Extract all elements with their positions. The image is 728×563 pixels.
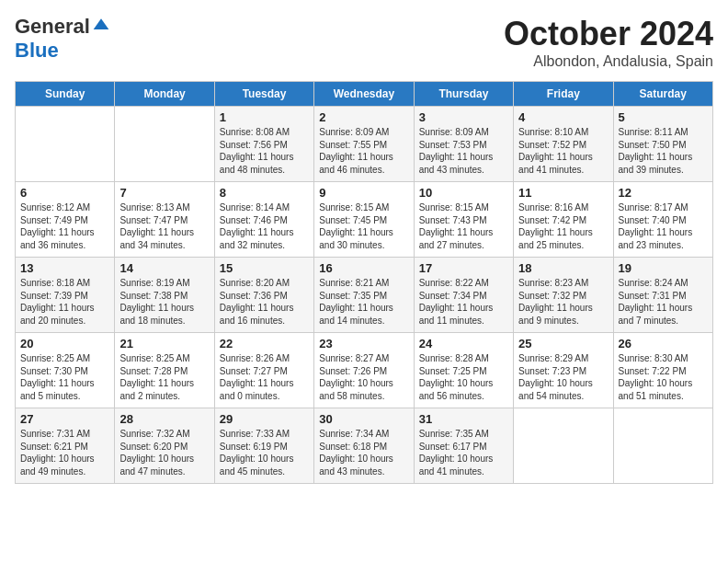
weekday-header: Friday <box>514 82 613 107</box>
calendar-cell: 21Sunrise: 8:25 AMSunset: 7:28 PMDayligh… <box>115 333 214 408</box>
weekday-header: Saturday <box>613 82 712 107</box>
cell-info: Sunrise: 8:25 AMSunset: 7:28 PMDaylight:… <box>119 352 209 402</box>
day-number: 14 <box>119 261 209 275</box>
cell-info: Sunrise: 8:23 AMSunset: 7:32 PMDaylight:… <box>518 277 608 327</box>
day-number: 10 <box>419 186 508 200</box>
day-number: 30 <box>319 412 408 426</box>
title-section: October 2024 Albondon, Andalusia, Spain <box>504 15 713 70</box>
calendar-cell: 2Sunrise: 8:09 AMSunset: 7:55 PMDaylight… <box>314 107 414 182</box>
cell-info: Sunrise: 8:08 AMSunset: 7:56 PMDaylight:… <box>220 126 309 176</box>
calendar-cell: 27Sunrise: 7:31 AMSunset: 6:21 PMDayligh… <box>16 408 115 484</box>
calendar-cell: 11Sunrise: 8:16 AMSunset: 7:42 PMDayligh… <box>514 182 613 258</box>
calendar-cell: 24Sunrise: 8:28 AMSunset: 7:25 PMDayligh… <box>414 333 513 408</box>
logo-blue: Blue <box>15 39 59 63</box>
day-number: 18 <box>518 261 608 275</box>
calendar-cell: 30Sunrise: 7:34 AMSunset: 6:18 PMDayligh… <box>314 408 414 484</box>
cell-info: Sunrise: 8:29 AMSunset: 7:23 PMDaylight:… <box>518 352 608 402</box>
calendar-cell: 31Sunrise: 7:35 AMSunset: 6:17 PMDayligh… <box>414 408 513 484</box>
day-number: 20 <box>20 337 109 350</box>
svg-marker-0 <box>94 18 109 29</box>
logo-icon <box>92 16 110 34</box>
cell-info: Sunrise: 8:18 AMSunset: 7:39 PMDaylight:… <box>20 277 109 327</box>
cell-info: Sunrise: 8:19 AMSunset: 7:38 PMDaylight:… <box>119 277 209 327</box>
day-number: 5 <box>619 110 708 124</box>
day-number: 23 <box>319 337 408 350</box>
day-number: 29 <box>220 412 309 426</box>
day-number: 17 <box>419 261 508 275</box>
day-number: 11 <box>518 186 608 200</box>
day-number: 9 <box>319 186 408 200</box>
calendar-cell: 8Sunrise: 8:14 AMSunset: 7:46 PMDaylight… <box>214 182 313 258</box>
calendar-cell: 9Sunrise: 8:15 AMSunset: 7:45 PMDaylight… <box>314 182 414 258</box>
cell-info: Sunrise: 7:33 AMSunset: 6:19 PMDaylight:… <box>220 428 309 477</box>
logo-general: General <box>15 15 90 39</box>
cell-info: Sunrise: 8:11 AMSunset: 7:50 PMDaylight:… <box>619 126 708 176</box>
cell-info: Sunrise: 8:09 AMSunset: 7:55 PMDaylight:… <box>319 126 408 176</box>
calendar-cell: 13Sunrise: 8:18 AMSunset: 7:39 PMDayligh… <box>16 258 115 333</box>
cell-info: Sunrise: 8:16 AMSunset: 7:42 PMDaylight:… <box>518 201 608 251</box>
calendar-week-row: 1Sunrise: 8:08 AMSunset: 7:56 PMDaylight… <box>16 107 713 182</box>
cell-info: Sunrise: 8:10 AMSunset: 7:52 PMDaylight:… <box>518 126 608 176</box>
weekday-header: Wednesday <box>314 82 414 107</box>
calendar-cell <box>514 408 613 484</box>
day-number: 22 <box>220 337 309 350</box>
day-number: 19 <box>619 261 708 275</box>
cell-info: Sunrise: 8:22 AMSunset: 7:34 PMDaylight:… <box>419 277 508 327</box>
weekday-header: Sunday <box>16 82 115 107</box>
calendar-cell: 23Sunrise: 8:27 AMSunset: 7:26 PMDayligh… <box>314 333 414 408</box>
cell-info: Sunrise: 8:21 AMSunset: 7:35 PMDaylight:… <box>319 277 408 327</box>
calendar-cell: 6Sunrise: 8:12 AMSunset: 7:49 PMDaylight… <box>16 182 115 258</box>
day-number: 26 <box>619 337 708 350</box>
day-number: 13 <box>20 261 109 275</box>
cell-info: Sunrise: 8:15 AMSunset: 7:43 PMDaylight:… <box>419 201 508 251</box>
calendar-cell: 7Sunrise: 8:13 AMSunset: 7:47 PMDaylight… <box>115 182 214 258</box>
cell-info: Sunrise: 8:24 AMSunset: 7:31 PMDaylight:… <box>619 277 708 327</box>
cell-info: Sunrise: 8:13 AMSunset: 7:47 PMDaylight:… <box>119 201 209 251</box>
calendar-cell <box>115 107 214 182</box>
calendar-cell <box>613 408 712 484</box>
calendar-cell: 18Sunrise: 8:23 AMSunset: 7:32 PMDayligh… <box>514 258 613 333</box>
calendar-cell: 5Sunrise: 8:11 AMSunset: 7:50 PMDaylight… <box>613 107 712 182</box>
calendar-table: SundayMondayTuesdayWednesdayThursdayFrid… <box>15 81 713 484</box>
month-title: October 2024 <box>504 15 713 53</box>
logo: General Blue <box>15 15 110 63</box>
calendar-cell: 10Sunrise: 8:15 AMSunset: 7:43 PMDayligh… <box>414 182 513 258</box>
day-number: 2 <box>319 110 408 124</box>
calendar-cell: 12Sunrise: 8:17 AMSunset: 7:40 PMDayligh… <box>613 182 712 258</box>
calendar-cell: 3Sunrise: 8:09 AMSunset: 7:53 PMDaylight… <box>414 107 513 182</box>
cell-info: Sunrise: 8:30 AMSunset: 7:22 PMDaylight:… <box>619 352 708 402</box>
calendar-cell: 22Sunrise: 8:26 AMSunset: 7:27 PMDayligh… <box>214 333 313 408</box>
cell-info: Sunrise: 7:34 AMSunset: 6:18 PMDaylight:… <box>319 428 408 477</box>
day-number: 12 <box>619 186 708 200</box>
page-header: General Blue October 2024 Albondon, Anda… <box>15 15 713 70</box>
day-number: 8 <box>220 186 309 200</box>
cell-info: Sunrise: 8:12 AMSunset: 7:49 PMDaylight:… <box>20 201 109 251</box>
calendar-cell: 16Sunrise: 8:21 AMSunset: 7:35 PMDayligh… <box>314 258 414 333</box>
cell-info: Sunrise: 8:15 AMSunset: 7:45 PMDaylight:… <box>319 201 408 251</box>
calendar-cell: 26Sunrise: 8:30 AMSunset: 7:22 PMDayligh… <box>613 333 712 408</box>
cell-info: Sunrise: 8:17 AMSunset: 7:40 PMDaylight:… <box>619 201 708 251</box>
calendar-cell: 28Sunrise: 7:32 AMSunset: 6:20 PMDayligh… <box>115 408 214 484</box>
day-number: 21 <box>119 337 209 350</box>
weekday-header-row: SundayMondayTuesdayWednesdayThursdayFrid… <box>16 82 713 107</box>
calendar-cell: 1Sunrise: 8:08 AMSunset: 7:56 PMDaylight… <box>214 107 313 182</box>
cell-info: Sunrise: 7:35 AMSunset: 6:17 PMDaylight:… <box>419 428 508 477</box>
calendar-week-row: 27Sunrise: 7:31 AMSunset: 6:21 PMDayligh… <box>16 408 713 484</box>
day-number: 6 <box>20 186 109 200</box>
day-number: 15 <box>220 261 309 275</box>
calendar-week-row: 20Sunrise: 8:25 AMSunset: 7:30 PMDayligh… <box>16 333 713 408</box>
cell-info: Sunrise: 7:31 AMSunset: 6:21 PMDaylight:… <box>20 428 109 477</box>
cell-info: Sunrise: 8:20 AMSunset: 7:36 PMDaylight:… <box>220 277 309 327</box>
calendar-cell <box>16 107 115 182</box>
calendar-cell: 14Sunrise: 8:19 AMSunset: 7:38 PMDayligh… <box>115 258 214 333</box>
cell-info: Sunrise: 8:14 AMSunset: 7:46 PMDaylight:… <box>220 201 309 251</box>
calendar-cell: 17Sunrise: 8:22 AMSunset: 7:34 PMDayligh… <box>414 258 513 333</box>
calendar-cell: 19Sunrise: 8:24 AMSunset: 7:31 PMDayligh… <box>613 258 712 333</box>
calendar-week-row: 13Sunrise: 8:18 AMSunset: 7:39 PMDayligh… <box>16 258 713 333</box>
day-number: 1 <box>220 110 309 124</box>
cell-info: Sunrise: 8:27 AMSunset: 7:26 PMDaylight:… <box>319 352 408 402</box>
calendar-cell: 25Sunrise: 8:29 AMSunset: 7:23 PMDayligh… <box>514 333 613 408</box>
calendar-cell: 29Sunrise: 7:33 AMSunset: 6:19 PMDayligh… <box>214 408 313 484</box>
day-number: 27 <box>20 412 109 426</box>
day-number: 3 <box>419 110 508 124</box>
